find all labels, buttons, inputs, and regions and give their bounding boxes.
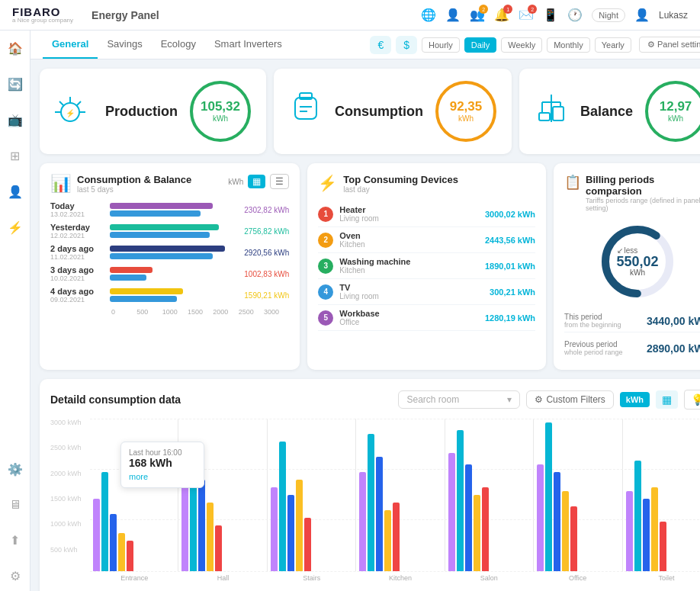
bar-4-3: [474, 495, 480, 571]
mid-row: 📊 Consumption & Balance last 5 days kWh …: [40, 163, 700, 370]
bar-5-0: [537, 464, 544, 571]
clock-icon[interactable]: 🕐: [567, 8, 583, 22]
billing-icon: 📋: [564, 174, 581, 191]
sidebar-arrow-icon[interactable]: ⬆: [5, 528, 24, 552]
balance-unit: kWh: [668, 114, 683, 123]
axis-0: 0: [111, 308, 136, 316]
detail-chart-controls: Search room ▾ ⚙ Custom Filters kWh ▦ 💡: [398, 390, 700, 410]
bar-2-1: [279, 442, 286, 571]
cb-bar-value-2: 2920,56 kWh: [236, 249, 289, 257]
cb-list-btn[interactable]: ☰: [270, 174, 289, 189]
tab-savings[interactable]: Savings: [98, 31, 151, 59]
content-area: ⚡ Production 105,32 kWh: [31, 59, 700, 591]
bar-5-3: [562, 491, 569, 571]
tooltip-more-link[interactable]: more: [129, 472, 196, 481]
bar-view-btn[interactable]: ▦: [656, 390, 678, 409]
sidebar-home-icon[interactable]: 🏠: [3, 37, 27, 60]
sidebar-gear-icon[interactable]: ⚙️: [3, 458, 27, 481]
section-labels-row: EntranceHallStairsKitchenSalonOfficeToil…: [90, 571, 700, 582]
bar-3-3: [384, 510, 391, 571]
svg-rect-7: [295, 98, 316, 119]
bar-4-0: [448, 453, 455, 571]
period-hourly[interactable]: Hourly: [422, 37, 460, 53]
search-room-placeholder: Search room: [406, 394, 459, 405]
group-icon[interactable]: 👥2: [470, 8, 485, 22]
cb-bar-value-0: 2302,82 kWh: [236, 206, 289, 214]
kwh-toggle-btn[interactable]: kWh: [620, 392, 650, 407]
device-num-2: 3: [318, 259, 333, 274]
sidebar-settings2-icon[interactable]: ⚙: [5, 564, 25, 588]
y-label-500: 500 kWh: [50, 546, 87, 554]
cb-bar1-4: [110, 288, 183, 294]
bar-6-3: [651, 487, 658, 571]
night-mode-toggle[interactable]: Night: [592, 8, 625, 22]
period-daily[interactable]: Daily: [464, 37, 496, 53]
axis-2000: 2000: [213, 308, 238, 316]
sidebar-settings-icon[interactable]: ⊞: [5, 144, 24, 168]
sidebar-energy-icon[interactable]: ⚡: [3, 216, 27, 239]
billing-header-top: 📋 Billing periods comparsion Tariffs per…: [564, 174, 700, 212]
consumption-circle: 92,35 kWh: [435, 81, 496, 142]
nav-controls: € $ Hourly Daily Weekly Monthly Yearly ⚙…: [370, 36, 700, 54]
device-room-4: Office: [339, 318, 485, 326]
tab-general[interactable]: General: [43, 31, 98, 59]
devices-titles: Top Consuming Devices last day: [343, 174, 458, 194]
nav-tabs-bar: General Savings Ecology Smart Inverters …: [31, 31, 700, 59]
svg-line-2: [76, 101, 81, 106]
sidebar-monitor-icon[interactable]: 🖥: [5, 493, 26, 516]
y-label-2000: 2000 kWh: [50, 470, 87, 477]
period-weekly[interactable]: Weekly: [501, 37, 542, 53]
app-layout: 🏠 🔄 📺 ⊞ 👤 ⚡ ⚙️ 🖥 ⬆ ⚙ 5,001 General Savin…: [0, 31, 700, 591]
device-room-0: Living room: [339, 214, 485, 223]
sidebar-refresh-icon[interactable]: 🔄: [3, 72, 27, 96]
bar-4-2: [465, 464, 472, 571]
bar-3-0: [359, 472, 366, 571]
bell-icon[interactable]: 🔔1: [494, 8, 509, 22]
cb-bar2-1: [110, 232, 210, 238]
bar-group-3: [356, 434, 444, 571]
device-name-0: Heater: [339, 205, 485, 214]
user-avatar[interactable]: 👤: [634, 8, 650, 22]
globe-icon[interactable]: 🌐: [421, 8, 436, 22]
bar-group-6: [623, 461, 700, 571]
bar-0-3: [118, 533, 125, 571]
section-label-4: Salon: [445, 571, 533, 582]
consumption-balance-header: 📊 Consumption & Balance last 5 days kWh …: [50, 174, 289, 194]
period-monthly[interactable]: Monthly: [547, 37, 590, 53]
sidebar-person-icon[interactable]: 👤: [3, 180, 27, 204]
device-name-3: TV: [339, 283, 490, 292]
production-circle: 105,32 kWh: [190, 81, 251, 142]
period-yearly[interactable]: Yearly: [595, 37, 631, 53]
section-label-1: Hall: [178, 571, 267, 582]
panel-settings-btn[interactable]: ⚙ Panel settings: [639, 37, 700, 53]
bar-0-1: [101, 472, 108, 571]
currency-dollar-btn[interactable]: $: [396, 36, 417, 54]
prev-period-label: Previous period: [564, 340, 623, 348]
light-view-btn[interactable]: 💡: [684, 390, 700, 410]
bar-0-4: [127, 541, 133, 571]
billing-subtitle: Tariffs periods range (defined in panel …: [586, 197, 700, 212]
tab-smart-inverters[interactable]: Smart Inverters: [205, 31, 291, 59]
mail-icon[interactable]: ✉️2: [519, 8, 534, 22]
consumption-value: 92,35: [450, 100, 483, 114]
bar-4-4: [482, 487, 489, 571]
device-value-1: 2443,56 kWh: [485, 236, 535, 245]
billing-donut-area: ↙ less 550,02 kWh: [564, 220, 700, 304]
person-icon[interactable]: 👤: [445, 8, 461, 22]
search-room-dropdown[interactable]: Search room ▾: [398, 390, 520, 409]
tab-ecology[interactable]: Ecology: [152, 31, 205, 59]
sidebar-tv-icon[interactable]: 📺: [3, 108, 27, 132]
cb-chart-btn[interactable]: ▦: [248, 175, 265, 188]
balance-icon: [535, 92, 568, 132]
cb-bar2-2: [110, 253, 213, 259]
device-value-2: 1890,01 kWh: [485, 262, 535, 271]
bar-2-4: [304, 518, 311, 571]
cb-bar-value-1: 2756,82 kWh: [236, 227, 289, 236]
currency-euro-btn[interactable]: €: [370, 36, 391, 54]
bar-6-1: [634, 461, 641, 571]
consumption-icon: [289, 92, 323, 132]
custom-filters-btn[interactable]: ⚙ Custom Filters: [526, 390, 613, 409]
cb-bar2-3: [110, 275, 146, 281]
phone-icon[interactable]: 📱: [543, 8, 558, 22]
bar-4-1: [457, 430, 464, 571]
